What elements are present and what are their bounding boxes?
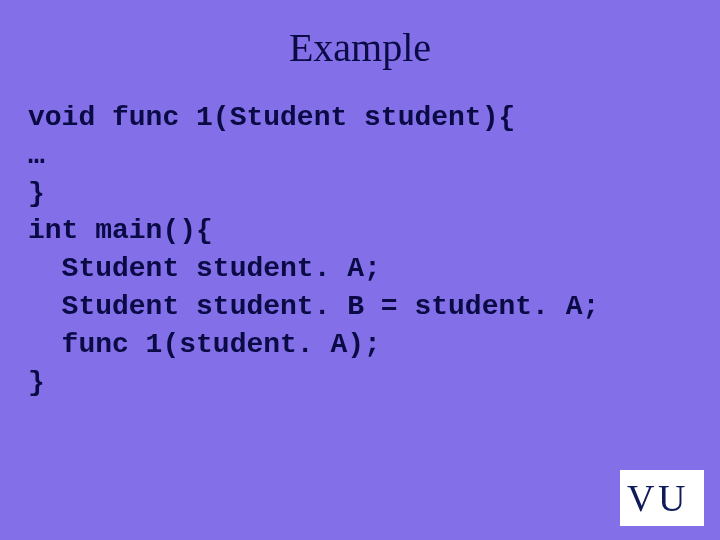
code-line: Student student. A; — [28, 253, 381, 284]
code-line: … — [28, 140, 45, 171]
code-line: } — [28, 367, 45, 398]
svg-text:U: U — [658, 477, 685, 519]
slide-title: Example — [0, 0, 720, 99]
vu-logo-icon: V U — [624, 475, 700, 521]
code-line: int main(){ — [28, 215, 213, 246]
code-line: void func 1(Student student){ — [28, 102, 515, 133]
code-block: void func 1(Student student){ … } int ma… — [0, 99, 720, 401]
code-line: Student student. B = student. A; — [28, 291, 599, 322]
code-line: func 1(student. A); — [28, 329, 381, 360]
svg-text:V: V — [627, 477, 655, 519]
vu-logo: V U — [620, 470, 704, 526]
code-line: } — [28, 178, 45, 209]
